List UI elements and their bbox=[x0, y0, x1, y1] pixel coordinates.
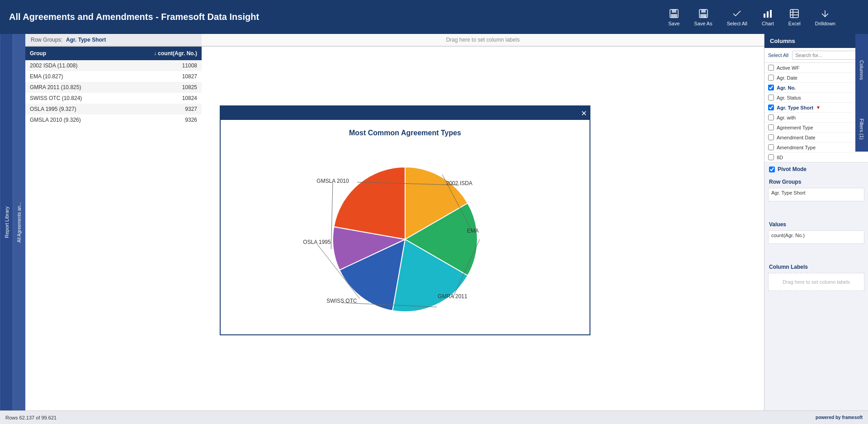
chart-close-button[interactable]: ✕ bbox=[581, 109, 587, 118]
table-row[interactable]: GMRA 2011 (10.825)10825 bbox=[25, 82, 202, 93]
app-title: All Agreements and Amendments - Framesof… bbox=[9, 12, 259, 22]
column-list-item[interactable]: Agr. No. bbox=[764, 83, 868, 93]
save-as-button[interactable]: + Save As bbox=[689, 5, 717, 30]
column-checkbox[interactable] bbox=[768, 154, 774, 160]
table-row[interactable]: EMA (10.827)10827 bbox=[25, 71, 202, 82]
table-cell-group: GMRA 2011 (10.825) bbox=[25, 82, 120, 93]
column-list-item[interactable]: Amendment Type bbox=[764, 143, 868, 152]
excel-icon bbox=[789, 8, 800, 19]
column-list-item[interactable]: Agreement Type bbox=[764, 123, 868, 133]
column-checkbox[interactable] bbox=[768, 75, 774, 81]
svg-rect-4 bbox=[701, 10, 706, 13]
filters-tab[interactable]: Filters (1) bbox=[855, 106, 868, 152]
table-row[interactable]: 2002 ISDA (11.008)11008 bbox=[25, 60, 202, 71]
column-label: IID bbox=[777, 155, 783, 160]
column-checkbox[interactable] bbox=[768, 144, 774, 150]
column-label: Agr. No. bbox=[777, 85, 796, 91]
pie-label-text: OSLA 1995 bbox=[303, 239, 331, 245]
svg-rect-2 bbox=[671, 14, 677, 17]
drilldown-button[interactable]: Drilldown bbox=[810, 5, 841, 30]
table-cell-group: 2002 ISDA (11.008) bbox=[25, 60, 120, 71]
table-cell-count: 10824 bbox=[120, 93, 202, 104]
pie-label-text: GMRA 2011 bbox=[438, 293, 467, 300]
column-list-item[interactable]: Agr. Type Short▼ bbox=[764, 103, 868, 113]
pie-label-text: 2002 ISDA bbox=[446, 180, 472, 186]
columns-search-input[interactable] bbox=[792, 51, 864, 60]
pie-label-text: GMSLA 2010 bbox=[316, 178, 349, 184]
row-groups-spacer bbox=[764, 205, 868, 219]
column-labels-drag-placeholder: Drag here to set column labels bbox=[768, 273, 864, 291]
column-checkbox[interactable] bbox=[768, 124, 774, 130]
svg-text:+: + bbox=[704, 15, 706, 19]
table-cell-count: 10827 bbox=[120, 71, 202, 82]
svg-rect-1 bbox=[672, 10, 676, 13]
column-list-item[interactable]: IID bbox=[764, 152, 868, 162]
table-row[interactable]: OSLA 1995 (9.327)9327 bbox=[25, 104, 202, 114]
column-list-item[interactable]: Agr. Date bbox=[764, 73, 868, 83]
filter-indicator-icon: ▼ bbox=[816, 105, 821, 110]
column-label: Amendment Date bbox=[777, 135, 816, 140]
column-label: Agr. Status bbox=[777, 95, 801, 100]
powered-by: powered by framesoft bbox=[816, 415, 863, 420]
save-button[interactable]: Save bbox=[663, 5, 685, 30]
column-label: Active WF bbox=[777, 65, 799, 71]
select-all-button[interactable]: Select All bbox=[722, 5, 753, 30]
all-agreements-tab[interactable]: All Agreements an... bbox=[13, 34, 25, 410]
row-groups-bar: Row Groups: Agr. Type Short bbox=[25, 34, 202, 46]
chart-modal-header: ✕ bbox=[221, 106, 590, 120]
svg-rect-10 bbox=[790, 10, 798, 18]
column-checkbox[interactable] bbox=[768, 114, 774, 120]
table-row[interactable]: SWISS OTC (10.824)10824 bbox=[25, 93, 202, 104]
header-actions: Save + Save As Select All bbox=[663, 0, 841, 34]
table-row[interactable]: GMSLA 2010 (9.326)9326 bbox=[25, 114, 202, 125]
column-list-item[interactable]: Agr. Status bbox=[764, 93, 868, 103]
table-cell-count: 9327 bbox=[120, 104, 202, 114]
column-checkbox[interactable] bbox=[768, 85, 774, 91]
column-checkbox[interactable] bbox=[768, 65, 774, 71]
col-header-group: Group bbox=[25, 47, 120, 60]
columns-panel-header: Columns bbox=[764, 34, 868, 48]
column-checkbox[interactable] bbox=[768, 105, 774, 110]
column-list-item[interactable]: Agr. with bbox=[764, 113, 868, 123]
column-label: Amendment Type bbox=[777, 145, 816, 150]
excel-button[interactable]: Excel bbox=[783, 5, 806, 30]
columns-list: Active WFAgr. DateAgr. No.Agr. StatusAgr… bbox=[764, 63, 868, 162]
svg-rect-9 bbox=[770, 10, 772, 18]
column-checkbox[interactable] bbox=[768, 95, 774, 100]
svg-rect-8 bbox=[767, 11, 769, 18]
select-all-icon bbox=[731, 8, 742, 19]
bar-chart-icon bbox=[762, 8, 773, 19]
content-row: Group ↓ count(Agr. No.) 2002 ISDA (11.00… bbox=[25, 47, 764, 410]
column-label: Agreement Type bbox=[777, 125, 813, 130]
save-icon bbox=[669, 8, 679, 19]
column-checkbox[interactable] bbox=[768, 134, 774, 140]
column-label: Agr. Date bbox=[777, 75, 797, 81]
column-label: Agr. with bbox=[777, 115, 796, 120]
values-spacer bbox=[764, 248, 868, 261]
pivot-mode-row: Pivot Mode bbox=[764, 162, 868, 176]
table-cell-group: GMSLA 2010 (9.326) bbox=[25, 114, 120, 125]
columns-tab[interactable]: Columns bbox=[855, 34, 868, 106]
pivot-mode-label: Pivot Mode bbox=[778, 166, 807, 172]
values-value: count(Agr. No.) bbox=[768, 230, 864, 244]
report-library-tab[interactable]: Report Library bbox=[0, 34, 13, 410]
columns-select-all-label[interactable]: Select All bbox=[768, 52, 788, 58]
table-body: 2002 ISDA (11.008)11008EMA (10.827)10827… bbox=[25, 60, 202, 125]
column-list-item[interactable]: Amendment Date bbox=[764, 133, 868, 143]
data-table-container: Group ↓ count(Agr. No.) 2002 ISDA (11.00… bbox=[25, 47, 202, 410]
column-labels-section-header: Column Labels bbox=[764, 261, 868, 273]
pivot-mode-checkbox[interactable] bbox=[769, 167, 775, 172]
top-bar: Row Groups: Agr. Type Short Drag here to… bbox=[25, 34, 764, 47]
rows-info: Rows 62.137 of 99.621 bbox=[5, 415, 57, 420]
table-cell-count: 10825 bbox=[120, 82, 202, 93]
right-panel: Columns Select All Active WFAgr. DateAgr… bbox=[764, 34, 868, 410]
column-list-item[interactable]: Active WF bbox=[764, 63, 868, 73]
row-groups-section-header: Row Groups bbox=[764, 176, 868, 188]
chart-button[interactable]: Chart bbox=[756, 5, 779, 30]
status-bar: Rows 62.137 of 99.621 powered by frameso… bbox=[0, 410, 868, 424]
table-cell-count: 9326 bbox=[120, 114, 202, 125]
column-label: Agr. Type Short bbox=[777, 105, 813, 110]
chart-modal: ✕ Most Common Agreement Types 2002 ISDAE… bbox=[220, 105, 590, 335]
pie-label-text: EMA bbox=[467, 228, 479, 234]
table-cell-group: EMA (10.827) bbox=[25, 71, 120, 82]
